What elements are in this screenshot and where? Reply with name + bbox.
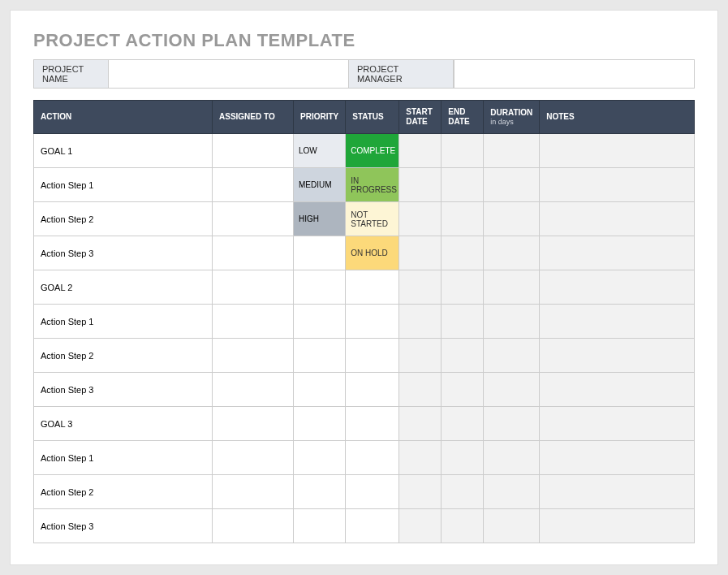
duration-cell[interactable] (484, 305, 540, 339)
status-cell[interactable]: ON HOLD (346, 236, 399, 270)
duration-cell[interactable] (484, 168, 540, 202)
project-name-value[interactable] (109, 60, 348, 88)
duration-cell[interactable] (484, 373, 540, 407)
page-container: PROJECT ACTION PLAN TEMPLATE PROJECT NAM… (10, 10, 718, 565)
start-date-cell[interactable] (399, 305, 442, 339)
action-cell[interactable]: Action Step 3 (34, 509, 213, 543)
priority-cell[interactable] (294, 373, 346, 407)
assigned-to-cell[interactable] (213, 236, 294, 270)
status-cell[interactable] (346, 373, 399, 407)
notes-cell[interactable] (540, 475, 695, 509)
priority-cell[interactable] (294, 305, 346, 339)
start-date-cell[interactable] (399, 339, 442, 373)
assigned-to-cell[interactable] (213, 407, 294, 441)
priority-cell[interactable]: MEDIUM (294, 168, 346, 202)
action-cell[interactable]: Action Step 1 (34, 305, 213, 339)
notes-cell[interactable] (540, 509, 695, 543)
end-date-cell[interactable] (442, 509, 484, 543)
start-date-cell[interactable] (399, 441, 442, 475)
priority-cell[interactable] (294, 236, 346, 270)
status-cell[interactable]: NOT STARTED (346, 202, 399, 236)
assigned-to-cell[interactable] (213, 168, 294, 202)
end-date-cell[interactable] (442, 475, 484, 509)
notes-cell[interactable] (540, 339, 695, 373)
status-cell[interactable] (346, 305, 399, 339)
assigned-to-cell[interactable] (213, 305, 294, 339)
action-cell[interactable]: Action Step 2 (34, 475, 213, 509)
assigned-to-cell[interactable] (213, 339, 294, 373)
end-date-cell[interactable] (442, 373, 484, 407)
start-date-cell[interactable] (399, 475, 442, 509)
end-date-cell[interactable] (442, 441, 484, 475)
status-cell[interactable]: IN PROGRESS (346, 168, 399, 202)
status-cell[interactable]: COMPLETE (346, 134, 399, 168)
end-date-cell[interactable] (442, 168, 484, 202)
notes-cell[interactable] (540, 236, 695, 270)
duration-cell[interactable] (484, 407, 540, 441)
assigned-to-cell[interactable] (213, 475, 294, 509)
header-duration-sub: in days (490, 118, 532, 127)
priority-cell[interactable]: LOW (294, 134, 346, 168)
duration-cell[interactable] (484, 509, 540, 543)
priority-cell[interactable]: HIGH (294, 202, 346, 236)
end-date-cell[interactable] (442, 339, 484, 373)
duration-cell[interactable] (484, 441, 540, 475)
assigned-to-cell[interactable] (213, 270, 294, 305)
duration-cell[interactable] (484, 134, 540, 168)
start-date-cell[interactable] (399, 407, 442, 441)
notes-cell[interactable] (540, 407, 695, 441)
status-cell[interactable] (346, 270, 399, 305)
notes-cell[interactable] (540, 168, 695, 202)
notes-cell[interactable] (540, 134, 695, 168)
action-cell[interactable]: GOAL 3 (34, 407, 213, 441)
status-cell[interactable] (346, 475, 399, 509)
action-cell[interactable]: Action Step 2 (34, 202, 213, 236)
assigned-to-cell[interactable] (213, 134, 294, 168)
notes-cell[interactable] (540, 270, 695, 305)
priority-cell[interactable] (294, 339, 346, 373)
action-cell[interactable]: Action Step 1 (34, 441, 213, 475)
start-date-cell[interactable] (399, 509, 442, 543)
priority-cell[interactable] (294, 270, 346, 305)
status-cell[interactable] (346, 509, 399, 543)
assigned-to-cell[interactable] (213, 373, 294, 407)
end-date-cell[interactable] (442, 305, 484, 339)
priority-cell[interactable] (294, 407, 346, 441)
start-date-cell[interactable] (399, 270, 442, 305)
duration-cell[interactable] (484, 475, 540, 509)
notes-cell[interactable] (540, 441, 695, 475)
project-manager-value[interactable] (454, 60, 694, 88)
end-date-cell[interactable] (442, 134, 484, 168)
start-date-cell[interactable] (399, 168, 442, 202)
duration-cell[interactable] (484, 339, 540, 373)
status-cell[interactable] (346, 441, 399, 475)
action-cell[interactable]: GOAL 1 (34, 134, 213, 168)
action-cell[interactable]: Action Step 1 (34, 168, 213, 202)
notes-cell[interactable] (540, 202, 695, 236)
status-cell[interactable] (346, 339, 399, 373)
action-cell[interactable]: Action Step 3 (34, 236, 213, 270)
assigned-to-cell[interactable] (213, 202, 294, 236)
assigned-to-cell[interactable] (213, 509, 294, 543)
assigned-to-cell[interactable] (213, 441, 294, 475)
start-date-cell[interactable] (399, 202, 442, 236)
start-date-cell[interactable] (399, 134, 442, 168)
start-date-cell[interactable] (399, 236, 442, 270)
notes-cell[interactable] (540, 305, 695, 339)
action-cell[interactable]: Action Step 2 (34, 339, 213, 373)
status-cell[interactable] (346, 407, 399, 441)
action-cell[interactable]: Action Step 3 (34, 373, 213, 407)
duration-cell[interactable] (484, 202, 540, 236)
end-date-cell[interactable] (442, 270, 484, 305)
notes-cell[interactable] (540, 373, 695, 407)
duration-cell[interactable] (484, 236, 540, 270)
start-date-cell[interactable] (399, 373, 442, 407)
priority-cell[interactable] (294, 441, 346, 475)
end-date-cell[interactable] (442, 202, 484, 236)
action-cell[interactable]: GOAL 2 (34, 270, 213, 305)
priority-cell[interactable] (294, 509, 346, 543)
priority-cell[interactable] (294, 475, 346, 509)
duration-cell[interactable] (484, 270, 540, 305)
end-date-cell[interactable] (442, 236, 484, 270)
end-date-cell[interactable] (442, 407, 484, 441)
